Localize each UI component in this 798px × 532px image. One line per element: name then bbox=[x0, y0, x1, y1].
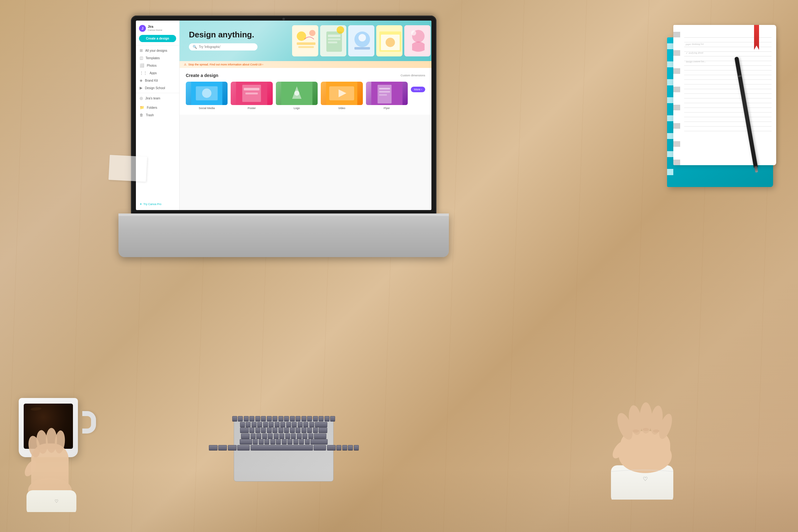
key-l[interactable] bbox=[297, 434, 302, 438]
key-arrow-right[interactable] bbox=[354, 445, 359, 450]
key-f13[interactable] bbox=[307, 416, 312, 421]
key-a[interactable] bbox=[251, 434, 255, 438]
key-v[interactable] bbox=[270, 439, 275, 444]
key-bracket-open[interactable] bbox=[307, 428, 312, 433]
key-period[interactable] bbox=[299, 439, 304, 444]
key-backslash[interactable] bbox=[319, 428, 327, 433]
key-2[interactable] bbox=[251, 422, 256, 427]
key-f12[interactable] bbox=[301, 416, 306, 421]
key-enter[interactable] bbox=[314, 434, 326, 438]
sidebar-item-photos[interactable]: ⬜ Photos bbox=[136, 62, 179, 69]
key-c[interactable] bbox=[264, 439, 269, 444]
key-f8[interactable] bbox=[278, 416, 283, 421]
key-6[interactable] bbox=[274, 422, 280, 427]
key-b[interactable] bbox=[276, 439, 281, 444]
key-option-right[interactable] bbox=[327, 445, 336, 450]
sidebar-item-templates[interactable]: ◫ Templates bbox=[136, 54, 179, 62]
key-p[interactable] bbox=[301, 428, 306, 433]
key-j[interactable] bbox=[285, 434, 290, 438]
key-f10[interactable] bbox=[290, 416, 295, 421]
key-command-right[interactable] bbox=[314, 445, 326, 450]
design-type-logo[interactable]: Logo bbox=[276, 82, 318, 110]
key-minus[interactable] bbox=[303, 422, 308, 427]
key-8[interactable] bbox=[286, 422, 291, 427]
key-f1[interactable] bbox=[238, 416, 243, 421]
key-slash[interactable] bbox=[305, 439, 310, 444]
sidebar-item-team[interactable]: ◎ Jira's team bbox=[136, 94, 179, 102]
key-f16[interactable] bbox=[324, 416, 329, 421]
sidebar-item-all-designs[interactable]: ⊞ All your designs bbox=[136, 47, 179, 54]
key-f14[interactable] bbox=[313, 416, 318, 421]
key-comma[interactable] bbox=[293, 439, 298, 444]
key-fn[interactable] bbox=[209, 445, 217, 450]
key-z[interactable] bbox=[253, 439, 258, 444]
key-control[interactable] bbox=[218, 445, 227, 450]
key-e[interactable] bbox=[261, 428, 266, 433]
key-y[interactable] bbox=[278, 428, 283, 433]
key-shift-right[interactable] bbox=[310, 439, 328, 444]
key-0[interactable] bbox=[298, 422, 303, 427]
key-arrow-left[interactable] bbox=[336, 445, 341, 450]
key-o[interactable] bbox=[296, 428, 301, 433]
key-f3[interactable] bbox=[249, 416, 254, 421]
key-command-left[interactable] bbox=[237, 445, 250, 450]
design-type-video[interactable]: Video bbox=[321, 82, 363, 110]
user-profile-button[interactable]: J Jira Canva Home bbox=[136, 23, 179, 33]
key-w[interactable] bbox=[255, 428, 260, 433]
try-canva-pro-button[interactable]: ✦ Try Canva Pro bbox=[136, 201, 179, 208]
key-spacebar[interactable] bbox=[251, 445, 313, 450]
key-n[interactable] bbox=[282, 439, 287, 444]
key-3[interactable] bbox=[257, 422, 262, 427]
sidebar-item-trash[interactable]: 🗑 Trash bbox=[136, 111, 179, 119]
more-designs-button[interactable]: More › bbox=[411, 87, 425, 92]
key-f7[interactable] bbox=[272, 416, 278, 421]
key-backtick[interactable] bbox=[240, 422, 245, 427]
key-backspace[interactable] bbox=[315, 422, 327, 427]
key-arrow-down[interactable] bbox=[348, 445, 353, 450]
key-d[interactable] bbox=[262, 434, 267, 438]
key-tab[interactable] bbox=[240, 428, 249, 433]
key-f5[interactable] bbox=[261, 416, 266, 421]
key-h[interactable] bbox=[279, 434, 284, 438]
covid-notice-banner[interactable]: ⚠ Stop the spread. Find out more informa… bbox=[179, 61, 432, 68]
key-equals[interactable] bbox=[309, 422, 314, 427]
key-5[interactable] bbox=[269, 422, 274, 427]
key-f11[interactable] bbox=[296, 416, 301, 421]
search-input[interactable] bbox=[199, 45, 254, 49]
key-g[interactable] bbox=[274, 434, 279, 438]
key-i[interactable] bbox=[290, 428, 295, 433]
key-esc[interactable] bbox=[232, 416, 237, 421]
key-r[interactable] bbox=[267, 428, 272, 433]
key-f[interactable] bbox=[268, 434, 273, 438]
key-shift-left[interactable] bbox=[240, 439, 252, 444]
search-bar[interactable]: 🔍 bbox=[189, 43, 258, 51]
key-k[interactable] bbox=[291, 434, 296, 438]
key-q[interactable] bbox=[249, 428, 254, 433]
key-quote[interactable] bbox=[308, 434, 313, 438]
key-bracket-close[interactable] bbox=[313, 428, 318, 433]
key-9[interactable] bbox=[292, 422, 297, 427]
design-type-social-media[interactable]: Social Media bbox=[186, 82, 228, 110]
sidebar-item-design-school[interactable]: ▶ Design School bbox=[136, 84, 179, 92]
key-t[interactable] bbox=[272, 428, 278, 433]
key-f15[interactable] bbox=[319, 416, 324, 421]
sidebar-item-apps[interactable]: ⋮⋮ Apps bbox=[136, 69, 179, 77]
key-arrow-up[interactable] bbox=[342, 445, 347, 450]
key-f4[interactable] bbox=[255, 416, 260, 421]
key-1[interactable] bbox=[246, 422, 251, 427]
design-type-poster[interactable]: Poster bbox=[231, 82, 272, 110]
key-s[interactable] bbox=[256, 434, 261, 438]
design-type-print[interactable]: Flyer bbox=[366, 82, 408, 110]
sidebar-item-folders[interactable]: 📁 Folders bbox=[136, 104, 179, 111]
key-semicolon[interactable] bbox=[302, 434, 307, 438]
key-capslock[interactable] bbox=[241, 434, 250, 438]
key-4[interactable] bbox=[263, 422, 268, 427]
key-7[interactable] bbox=[280, 422, 285, 427]
custom-dimensions-button[interactable]: Custom dimensions bbox=[401, 74, 425, 77]
key-f6[interactable] bbox=[267, 416, 272, 421]
key-m[interactable] bbox=[287, 439, 292, 444]
key-x[interactable] bbox=[259, 439, 264, 444]
sidebar-item-brand-kit[interactable]: ◈ Brand Kit bbox=[136, 77, 179, 84]
key-f9[interactable] bbox=[284, 416, 289, 421]
key-option-left[interactable] bbox=[228, 445, 236, 450]
